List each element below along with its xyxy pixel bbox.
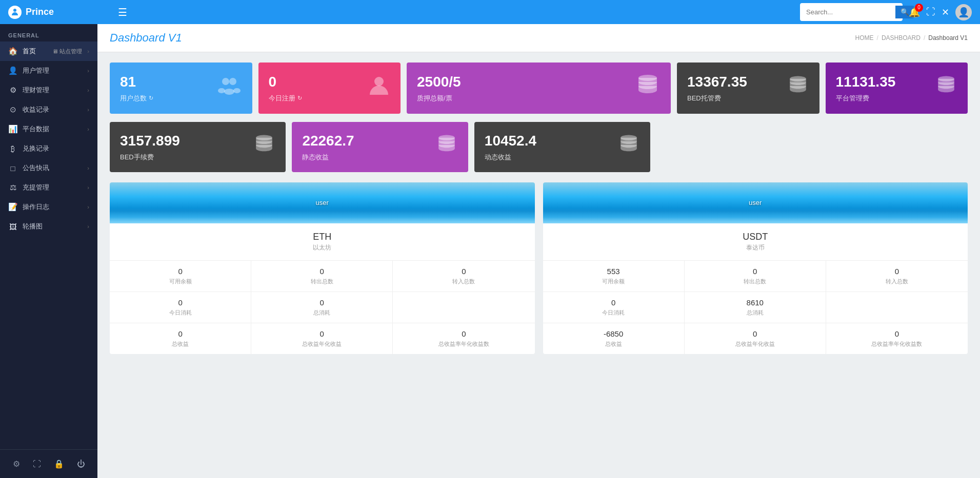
chevron-icon-4: › xyxy=(87,107,89,113)
user-mgmt-icon: 👤 xyxy=(8,66,17,75)
usdt-stat2-empty xyxy=(826,292,968,323)
eth-today-consume-label: 今日消耗 xyxy=(116,309,245,317)
stat-card-static-income-text: 22262.7 静态收益 xyxy=(302,132,354,162)
breadcrumb-dashboard[interactable]: DASHBOARD xyxy=(882,34,921,41)
usdt-available-label: 可用余额 xyxy=(549,278,678,285)
search-input[interactable] xyxy=(806,8,892,16)
eth-available: 0 可用余额 xyxy=(110,261,251,292)
breadcrumb-home[interactable]: HOME xyxy=(855,34,874,41)
sidebar-item-deposit-mgmt[interactable]: ⚖ 充提管理 › xyxy=(0,178,97,197)
deposit-icon: ⚖ xyxy=(8,183,17,192)
database-icon-3 xyxy=(935,74,957,102)
eth-chart-user-label: user xyxy=(316,199,329,206)
pledge-label: 质押总额/票 xyxy=(417,94,461,103)
sidebar-item-deposit-label: 充提管理 xyxy=(23,183,82,192)
eth-transfer-in-value: 0 xyxy=(399,267,528,276)
eth-total-consume-label: 总消耗 xyxy=(257,309,386,317)
sidebar-item-user-mgmt[interactable]: 👤 用户管理 › xyxy=(0,61,97,80)
bed-handling-label: BED手续费 xyxy=(120,153,180,162)
usdt-transfer-out-label: 转出总数 xyxy=(691,278,819,285)
usdt-currency-sub: 泰达币 xyxy=(551,243,960,252)
breadcrumb: HOME / DASHBOARD / Dashboard V1 xyxy=(855,34,968,41)
usdt-row3-v2-label: 总收益年化收益 xyxy=(691,340,819,348)
settings-footer-button[interactable]: ⚙ xyxy=(10,456,23,472)
sidebar-item-home[interactable]: 🏠 首页 🖥 站点管理 › xyxy=(0,41,97,61)
svg-point-1 xyxy=(222,78,229,85)
usdt-available-value: 553 xyxy=(549,267,678,276)
sidebar-item-carousel-label: 轮播图 xyxy=(23,222,82,231)
eth-transfer-in: 0 转入总数 xyxy=(393,261,534,292)
eth-row3-v3: 0 总收益率年化收益数 xyxy=(393,323,534,354)
row2-spacer xyxy=(656,122,968,172)
content-header: Dashboard V1 HOME / DASHBOARD / Dashboar… xyxy=(97,24,980,52)
stat-card-today-register: 0 今日注册 ↻ xyxy=(258,63,401,114)
close-button[interactable]: ✕ xyxy=(942,7,949,18)
sidebar-item-exchange-label: 兑换记录 xyxy=(23,144,89,153)
svg-point-5 xyxy=(233,88,241,93)
power-footer-button[interactable]: ⏻ xyxy=(74,456,88,472)
sidebar-item-finance-label: 理财管理 xyxy=(23,86,82,95)
svg-point-2 xyxy=(229,78,236,85)
eth-chart-stats-3: 0 总收益 0 总收益年化收益 0 总收益率年化收益数 xyxy=(110,323,535,354)
page-title-prefix: D xyxy=(110,31,118,44)
eth-row3-v2-label: 总收益年化收益 xyxy=(257,340,386,348)
eth-chart-title: ETH 以太坊 xyxy=(110,223,535,261)
avatar[interactable]: 👤 xyxy=(955,4,972,20)
refresh-icon-1: ↻ xyxy=(149,95,153,101)
usdt-currency: USDT xyxy=(551,232,960,242)
chevron-icon: › xyxy=(87,48,89,54)
lock-footer-button[interactable]: 🔒 xyxy=(51,456,67,472)
eth-currency: ETH xyxy=(118,232,527,242)
database-icon-1 xyxy=(635,73,661,103)
sidebar-item-finance-mgmt[interactable]: ⚙ 理财管理 › xyxy=(0,80,97,100)
sidebar-item-platform-data[interactable]: 📊 平台数据 › xyxy=(0,119,97,139)
search-box: 🔍 xyxy=(800,3,903,21)
dynamic-income-label: 动态收益 xyxy=(485,153,536,162)
hamburger-button[interactable]: ☰ xyxy=(114,4,131,20)
header-left: Prince ☰ xyxy=(8,4,131,20)
announcement-icon: □ xyxy=(8,164,17,173)
notification-button[interactable]: 🔔 0 xyxy=(909,7,920,18)
bed-custody-label: BED托管费 xyxy=(687,94,747,103)
eth-chart-overlay xyxy=(110,208,535,223)
usdt-chart-image: user xyxy=(543,182,968,223)
svg-point-6 xyxy=(374,77,384,86)
usdt-row3-v1-label: 总收益 xyxy=(549,340,678,348)
pledge-value: 2500/5 xyxy=(417,73,461,91)
usdt-transfer-in-value: 0 xyxy=(832,267,962,276)
eth-row3-v2: 0 总收益年化收益 xyxy=(251,323,393,354)
sidebar-item-carousel[interactable]: 🖼 轮播图 › xyxy=(0,217,97,236)
sidebar-item-exchange[interactable]: ₿ 兑换记录 xyxy=(0,139,97,158)
usdt-row3-v3: 0 总收益率年化收益数 xyxy=(826,323,968,354)
stat-card-bed-handling-text: 3157.899 BED手续费 xyxy=(120,132,180,162)
chevron-icon-6: › xyxy=(87,165,89,171)
sidebar-section-label: GENERAL xyxy=(0,24,97,41)
total-users-value: 81 xyxy=(120,73,153,91)
eth-transfer-out-value: 0 xyxy=(257,267,386,276)
usdt-transfer-out-value: 0 xyxy=(691,267,819,276)
usdt-chart-stats-1: 553 可用余额 0 转出总数 0 转入总数 xyxy=(543,261,968,292)
usdt-today-consume: 0 今日消耗 xyxy=(543,292,685,323)
usdt-chart-stats-3: -6850 总收益 0 总收益年化收益 0 总收益率年化收益数 xyxy=(543,323,968,354)
sidebar-item-operation-log[interactable]: 📝 操作日志 › xyxy=(0,197,97,217)
sidebar-item-operation-label: 操作日志 xyxy=(23,202,82,212)
usdt-today-consume-value: 0 xyxy=(549,298,678,307)
user-icon xyxy=(368,74,390,102)
sidebar-sub-label: 🖥 站点管理 xyxy=(52,48,82,55)
breadcrumb-current: Dashboard V1 xyxy=(928,34,968,41)
logo-icon xyxy=(8,6,22,19)
header-right: 🔍 🔔 0 ⛶ ✕ 👤 xyxy=(800,3,972,21)
sidebar-item-home-label: 首页 xyxy=(23,47,45,56)
page-title-rest: ashboard V1 xyxy=(118,31,182,44)
sidebar-item-announcements[interactable]: □ 公告快讯 › xyxy=(0,158,97,178)
usdt-transfer-in-label: 转入总数 xyxy=(832,278,962,285)
stat-card-total-users: 81 用户总数 ↻ xyxy=(110,63,252,114)
sidebar-item-income-records[interactable]: ⊙ 收益记录 › xyxy=(0,100,97,119)
static-income-value: 22262.7 xyxy=(302,132,354,150)
expand-footer-button[interactable]: ⛶ xyxy=(30,456,44,472)
chevron-icon-7: › xyxy=(87,184,89,191)
stat-card-static-income: 22262.7 静态收益 xyxy=(292,122,468,172)
database-icon-2 xyxy=(787,74,809,102)
eth-total-consume-value: 0 xyxy=(257,298,386,307)
expand-button[interactable]: ⛶ xyxy=(926,7,935,17)
